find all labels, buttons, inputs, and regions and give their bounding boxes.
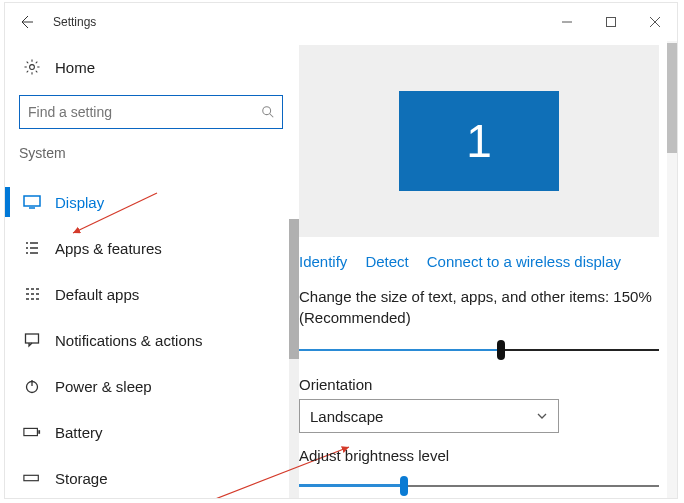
minimize-button[interactable] [545, 3, 589, 41]
sidebar-item-notifications[interactable]: Notifications & actions [19, 317, 299, 363]
monitor-number: 1 [466, 114, 492, 168]
storage-icon [23, 472, 41, 484]
sidebar-item-power[interactable]: Power & sleep [19, 363, 299, 409]
window-title: Settings [53, 15, 96, 29]
battery-icon [23, 426, 41, 438]
svg-rect-3 [24, 196, 40, 206]
svg-rect-8 [24, 475, 38, 480]
window-controls [545, 3, 677, 41]
annotation-arrow-icon [65, 187, 165, 237]
home-label: Home [55, 59, 95, 76]
section-label: System [19, 145, 299, 161]
monitor-icon [23, 195, 41, 209]
search-wrap [19, 95, 283, 129]
list-icon [23, 241, 41, 255]
slider-track-empty [400, 485, 659, 487]
sidebar-item-label: Storage [55, 470, 108, 487]
maximize-icon [605, 16, 617, 28]
close-icon [649, 16, 661, 28]
sidebar-item-label: Power & sleep [55, 378, 152, 395]
slider-track-filled [299, 484, 400, 487]
orientation-select[interactable]: Landscape [299, 399, 559, 433]
sidebar-item-label: Battery [55, 424, 103, 441]
sidebar-item-default-apps[interactable]: Default apps [19, 271, 299, 317]
sidebar-item-label: Default apps [55, 286, 139, 303]
svg-point-1 [30, 65, 35, 70]
sidebar-item-label: Apps & features [55, 240, 162, 257]
sidebar-scroll-thumb[interactable] [289, 219, 299, 359]
orientation-value: Landscape [310, 408, 383, 425]
identify-link[interactable]: Identify [299, 253, 347, 270]
search-input[interactable] [19, 95, 283, 129]
brightness-slider[interactable] [299, 474, 659, 498]
svg-rect-6 [24, 428, 38, 435]
chat-icon [23, 332, 41, 348]
minimize-icon [561, 16, 573, 28]
svg-rect-0 [607, 18, 616, 27]
close-button[interactable] [633, 3, 677, 41]
back-button[interactable] [5, 3, 47, 41]
scale-description: Change the size of text, apps, and other… [299, 286, 659, 328]
titlebar: Settings [5, 3, 677, 41]
slider-thumb[interactable] [497, 340, 505, 360]
gear-icon [23, 58, 41, 76]
sidebar: Home System Display [5, 41, 299, 498]
grid-icon [23, 287, 41, 301]
svg-rect-4 [26, 334, 39, 343]
scale-slider[interactable] [299, 338, 659, 362]
svg-rect-7 [38, 430, 40, 434]
settings-window: Settings Home [4, 2, 678, 499]
arrow-left-icon [18, 14, 34, 30]
svg-line-9 [73, 193, 157, 233]
home-link[interactable]: Home [19, 47, 299, 87]
content-scroll-thumb[interactable] [667, 43, 677, 153]
content-scrollbar[interactable] [667, 41, 677, 498]
display-arrangement-preview[interactable]: 1 [299, 45, 659, 237]
maximize-button[interactable] [589, 3, 633, 41]
slider-track-empty [497, 349, 659, 351]
sidebar-item-label: Notifications & actions [55, 332, 203, 349]
brightness-label: Adjust brightness level [299, 447, 659, 464]
orientation-label: Orientation [299, 376, 659, 393]
slider-track-filled [299, 349, 497, 351]
display-action-links: Identify Detect Connect to a wireless di… [299, 253, 659, 270]
display-settings-panel: 1 Identify Detect Connect to a wireless … [299, 41, 677, 498]
chevron-down-icon [536, 410, 548, 422]
slider-thumb[interactable] [400, 476, 408, 496]
monitor-tile[interactable]: 1 [399, 91, 559, 191]
detect-link[interactable]: Detect [365, 253, 408, 270]
power-icon [23, 378, 41, 394]
wireless-display-link[interactable]: Connect to a wireless display [427, 253, 621, 270]
